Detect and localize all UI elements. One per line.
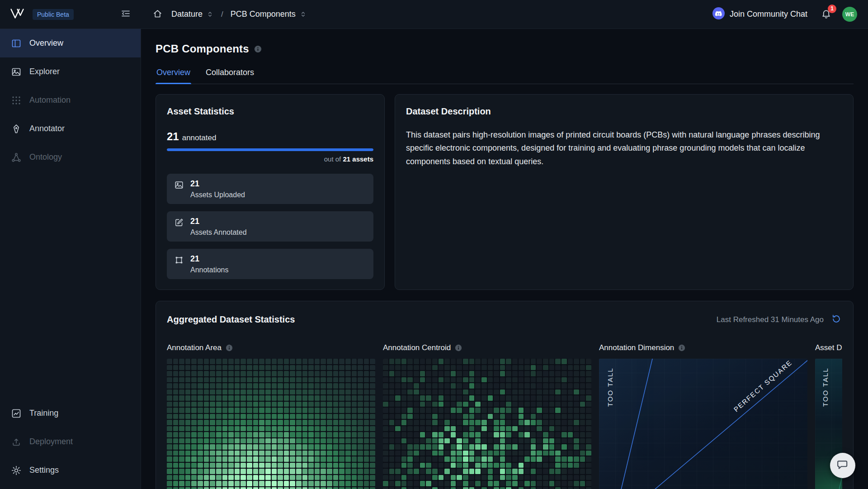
sidebar-item-label: Annotator [29,124,65,133]
automation-icon [11,95,22,106]
aggregated-statistics-card: Aggregated Dataset Statistics Last Refre… [156,301,854,489]
annotate-icon [174,218,184,228]
body-row: Overview Explorer Automation Annotator [0,29,868,489]
stat-row-assets-annotated: 21 Assets Annotated [167,211,373,242]
sidebar-item-label: Overview [29,38,63,48]
notifications-button[interactable]: 1 [820,8,832,21]
sidebar-item-automation[interactable]: Automation [0,86,141,114]
training-icon [11,408,22,419]
info-icon[interactable] [226,344,233,351]
out-of-line: out of 21 assets [167,155,373,163]
page-title: PCB Components [156,43,249,55]
title-row: PCB Components [156,43,854,55]
chart-label-asset-dimension: Asset Di [815,343,842,352]
annotation-area-heatmap [167,359,375,489]
annotated-count-label: annotated [182,133,217,142]
sidebar-item-settings[interactable]: Settings [0,456,141,484]
ontology-icon [11,152,22,163]
settings-icon [11,465,22,476]
stat-value: 21 [190,254,229,264]
refresh-icon [831,314,841,325]
stat-texts: 21 Annotations [190,254,229,274]
chart-label-text: Annotation Dimension [599,343,674,352]
stat-rows: 21 Assets Uploaded 21 Assets Annotated [167,174,373,279]
info-icon[interactable] [678,344,685,351]
chart-label-text: Asset Di [815,343,842,352]
chart-label-text: Annotation Area [167,343,222,352]
page-info-icon[interactable] [254,45,262,53]
chat-bubble-icon [837,459,849,472]
too-tall-label: TOO TALL [821,367,829,407]
stat-texts: 21 Assets Uploaded [190,179,245,199]
discord-icon [712,7,725,22]
home-button[interactable] [152,8,163,21]
datature-app: Public Beta Datature [0,0,868,489]
bounding-box-icon [174,255,184,265]
stat-value: 21 [190,179,245,189]
sidebar-item-label: Deployment [29,437,73,446]
chart-panel-annotation-area: Annotation Area [167,343,375,489]
out-of-label: out of [324,155,343,163]
chart-label-annotation-area: Annotation Area [167,343,375,352]
charts-row: Annotation Area Annotation Centroid [167,343,842,489]
stat-value: 21 [190,217,247,227]
stat-label: Assets Annotated [190,228,247,237]
deployment-icon [11,437,22,447]
stat-label: Assets Uploaded [190,191,245,199]
sidebar-item-annotator[interactable]: Annotator [0,114,141,143]
image-icon [174,180,184,190]
annotated-count-line: 21 annotated [167,130,373,143]
stat-texts: 21 Assets Annotated [190,217,247,237]
stat-row-assets-uploaded: 21 Assets Uploaded [167,174,373,204]
chart-label-text: Annotation Centroid [383,343,451,352]
topbar: Public Beta Datature [0,0,868,29]
avatar[interactable]: WE [842,7,857,22]
annotation-dimension-chart: TOO TALL PERFECT SQUARE [599,359,807,489]
explorer-icon [11,66,22,77]
sidebar-item-overview[interactable]: Overview [0,29,141,57]
dataset-switcher-icon [299,10,307,18]
last-refreshed: Last Refreshed 31 Minutes Ago [717,313,842,326]
chart-panel-annotation-dimension: Annotation Dimension [599,343,807,489]
dataset-description-body: This dataset pairs high-resolution image… [406,128,842,168]
breadcrumb-page[interactable]: PCB Components [227,7,311,22]
refresh-button[interactable] [830,313,842,326]
out-of-total: 21 assets [343,155,373,163]
sidebar-item-label: Ontology [29,152,62,162]
aggregated-header: Aggregated Dataset Statistics Last Refre… [167,313,842,326]
support-chat-button[interactable] [830,453,855,478]
sidebar-item-training[interactable]: Training [0,399,141,427]
sidebar-bottom: Training Deployment Settings [0,399,141,489]
overview-icon [11,38,22,49]
annotation-area-chart [167,359,375,489]
chart-panel-annotation-centroid: Annotation Centroid [383,343,591,489]
last-refreshed-label: Last Refreshed 31 Minutes Ago [717,315,824,324]
cards-row: Asset Statistics 21 annotated out of 21 … [156,94,854,290]
main-content: PCB Components Overview Collaborators As… [141,29,868,489]
tab-overview[interactable]: Overview [156,64,191,84]
info-icon[interactable] [455,344,462,351]
join-community-chat-button[interactable]: Join Community Chat [710,7,810,22]
sidebar-item-label: Settings [29,465,59,475]
stat-label: Annotations [190,266,229,274]
aggregated-title: Aggregated Dataset Statistics [167,314,295,325]
tab-collaborators[interactable]: Collaborators [205,64,255,84]
notification-badge: 1 [828,5,836,13]
breadcrumb-separator: / [219,10,225,19]
home-icon [153,9,162,20]
chart-label-annotation-centroid: Annotation Centroid [383,343,591,352]
sidebar-item-explorer[interactable]: Explorer [0,57,141,86]
topbar-left: Public Beta [0,7,141,21]
dataset-description-title: Dataset Description [406,106,842,117]
sidebar-item-ontology[interactable]: Ontology [0,143,141,171]
sidebar-item-label: Training [29,408,58,418]
dataset-description-card: Dataset Description This dataset pairs h… [395,94,854,290]
collapse-sidebar-button[interactable] [119,7,132,21]
annotation-progress-fill [167,148,373,151]
breadcrumb-project[interactable]: Datature [168,7,217,22]
sidebar-item-label: Automation [29,95,71,105]
collapse-sidebar-icon [120,8,131,20]
sidebar-item-deployment[interactable]: Deployment [0,427,141,456]
annotation-progress-bar [167,148,373,151]
stat-row-annotations: 21 Annotations [167,249,373,279]
